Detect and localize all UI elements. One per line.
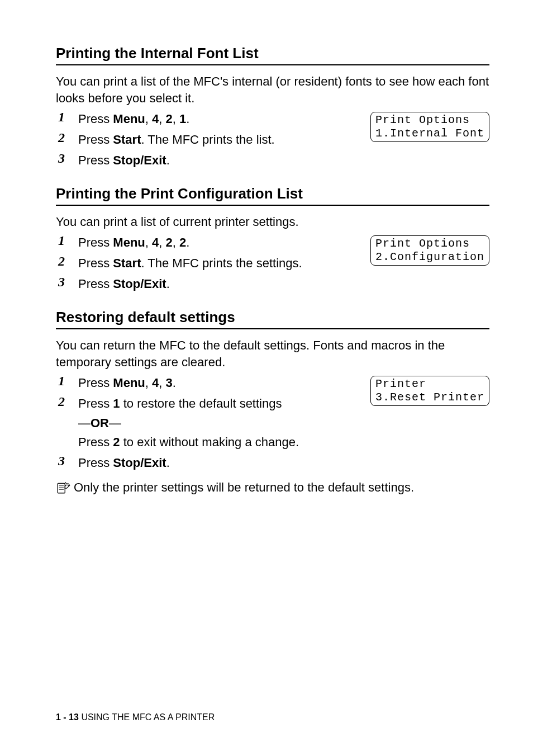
text-part: to restore the default settings: [120, 396, 282, 410]
step3-text: Press Stop/Exit.: [78, 275, 170, 293]
step3-text: Press Stop/Exit.: [78, 453, 170, 472]
section2-intro: You can print a list of current printer …: [56, 214, 489, 230]
text-part: Press: [78, 435, 113, 449]
text-part: ,: [173, 235, 179, 249]
section1-intro: You can print a list of the MFC's intern…: [56, 73, 489, 106]
key-4: 4: [152, 235, 159, 249]
section2-steps-block: 1 Press Menu, 4, 2, 2. 2 Press Start. Th…: [56, 233, 489, 292]
key-2: 2: [166, 112, 173, 126]
step-number: 3: [56, 151, 78, 166]
key-stop-exit: Stop/Exit: [113, 153, 166, 167]
section3-steps-cont: 3 Press Stop/Exit.: [56, 453, 489, 472]
key-1: 1: [179, 112, 186, 126]
step1-text: Press Menu, 4, 2, 2.: [78, 233, 189, 252]
section3-alt-step: Press 2 to exit without making a change.: [78, 434, 469, 451]
key-1: 1: [113, 396, 120, 410]
key-2: 2: [113, 435, 120, 449]
section2-heading: Printing the Print Configuration List: [56, 185, 489, 206]
step-number: 2: [56, 254, 78, 269]
note-text: Only the printer settings will be return…: [74, 479, 414, 496]
section1-heading: Printing the Internal Font List: [56, 45, 489, 65]
text-part: —: [109, 416, 121, 430]
section1-step3: 3 Press Stop/Exit.: [56, 151, 489, 169]
text-part: Press: [78, 396, 113, 410]
step2-text: Press Start. The MFC prints the settings…: [78, 254, 302, 272]
text-part: .: [166, 153, 170, 167]
lcd-line2: 1.Internal Font: [375, 127, 484, 140]
lcd-line2: 2.Configuration: [375, 251, 484, 263]
text-part: .: [186, 235, 189, 249]
svg-rect-0: [58, 484, 65, 493]
step-number: 2: [56, 130, 78, 145]
section1-steps-block: 1 Press Menu, 4, 2, 1. 2 Press Start. Th…: [56, 110, 489, 169]
text-part: . The MFC prints the settings.: [141, 256, 302, 270]
section-restore-defaults: Restoring default settings You can retur…: [56, 309, 489, 496]
text-part: ,: [145, 376, 152, 390]
text-part: ,: [173, 112, 179, 126]
key-2: 2: [166, 235, 173, 249]
key-3: 3: [166, 376, 173, 390]
section3-heading: Restoring default settings: [56, 309, 489, 329]
text-part: . The MFC prints the list.: [141, 133, 274, 147]
lcd-line2: 3.Reset Printer: [375, 391, 484, 404]
key-menu: Menu: [113, 235, 145, 249]
text-part: Press: [78, 133, 113, 147]
key-stop-exit: Stop/Exit: [113, 456, 166, 470]
step2-text: Press 1 to restore the default settings: [78, 394, 282, 413]
step2-text: Press Start. The MFC prints the list.: [78, 130, 275, 149]
step-number: 1: [56, 110, 78, 125]
key-menu: Menu: [113, 376, 145, 390]
text-part: Press: [78, 235, 113, 249]
key-stop-exit: Stop/Exit: [113, 277, 166, 291]
lcd-display-1: Print Options 1.Internal Font: [370, 112, 489, 142]
text-part: .: [173, 376, 176, 390]
text-part: .: [166, 456, 170, 470]
section3-intro: You can return the MFC to the default se…: [56, 337, 489, 370]
text-part: —: [78, 416, 91, 430]
text-part: Press: [78, 153, 113, 167]
step-number: 1: [56, 374, 78, 389]
text-part: .: [186, 112, 189, 126]
text-part: Press: [78, 376, 113, 390]
page-footer: 1 - 13 USING THE MFC AS A PRINTER: [56, 712, 215, 722]
text-part: Press: [78, 256, 113, 270]
section3-step3: 3 Press Stop/Exit.: [56, 453, 489, 472]
text-part: ,: [145, 235, 152, 249]
key-4: 4: [152, 376, 159, 390]
step3-text: Press Stop/Exit.: [78, 151, 170, 169]
text-part: ,: [159, 112, 165, 126]
step-number: 1: [56, 233, 78, 248]
section2-step3: 3 Press Stop/Exit.: [56, 275, 489, 293]
chapter-title: USING THE MFC AS A PRINTER: [81, 712, 215, 722]
text-part: ,: [159, 376, 165, 390]
or-text: OR: [91, 416, 109, 430]
note-row: Only the printer settings will be return…: [56, 479, 489, 496]
lcd-display-3: Printer 3.Reset Printer: [370, 376, 489, 406]
key-menu: Menu: [113, 112, 145, 126]
text-part: Press: [78, 456, 113, 470]
lcd-line1: Print Options: [375, 114, 470, 126]
text-part: .: [166, 277, 170, 291]
text-part: Press: [78, 277, 113, 291]
step1-text: Press Menu, 4, 3.: [78, 374, 176, 392]
lcd-display-2: Print Options 2.Configuration: [370, 235, 489, 266]
text-part: ,: [145, 112, 152, 126]
step-number: 3: [56, 275, 78, 290]
key-start: Start: [113, 133, 141, 147]
section-print-config-list: Printing the Print Configuration List Yo…: [56, 185, 489, 293]
text-part: to exit without making a change.: [120, 435, 299, 449]
note-icon: [56, 480, 70, 495]
section3-steps-block: 1 Press Menu, 4, 3. 2 Press 1 to restore…: [56, 374, 489, 471]
text-part: ,: [159, 235, 165, 249]
step-number: 2: [56, 394, 78, 409]
section-internal-font-list: Printing the Internal Font List You can …: [56, 45, 489, 169]
key-4: 4: [152, 112, 159, 126]
page-number: 1 - 13: [56, 712, 79, 722]
lcd-line1: Printer: [375, 377, 426, 390]
lcd-line1: Print Options: [375, 237, 470, 250]
or-separator: —OR—: [78, 416, 489, 431]
step1-text: Press Menu, 4, 2, 1.: [78, 110, 189, 128]
step-number: 3: [56, 453, 78, 469]
key-2b: 2: [179, 235, 186, 249]
key-start: Start: [113, 256, 141, 270]
